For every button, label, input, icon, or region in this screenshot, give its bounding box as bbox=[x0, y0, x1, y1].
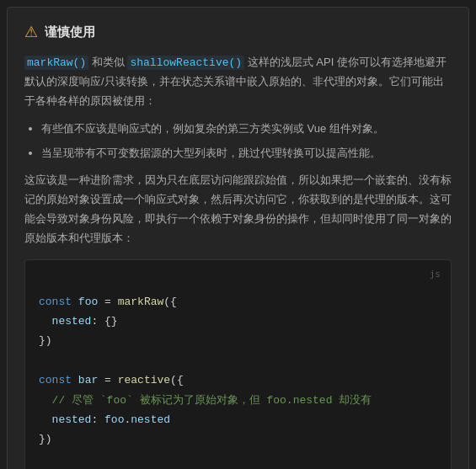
bullet-list: 有些值不应该是响应式的，例如复杂的第三方类实例或 Vue 组件对象。 当呈现带有… bbox=[41, 120, 452, 163]
body-paragraph: 这应该是一种进阶需求，因为只在底层访问能跟踪始值，所以如果把一个嵌套的、没有标记… bbox=[24, 171, 452, 248]
code-var-bar: bar bbox=[78, 374, 98, 386]
js-label: js bbox=[430, 267, 441, 283]
code-foo-nested: foo bbox=[104, 413, 124, 426]
warning-title: 谨慎使用 bbox=[45, 21, 95, 43]
shallowreactive-code: shallowReactive() bbox=[127, 56, 244, 70]
intro-paragraph: markRaw() 和类似 shallowReactive() 这样的浅层式 A… bbox=[24, 53, 452, 111]
bullet-item-2: 当呈现带有不可变数据源的大型列表时，跳过代理转换可以提高性能。 bbox=[41, 144, 452, 163]
code-var-foo: foo bbox=[78, 296, 98, 308]
intro-text-part2: 和类似 bbox=[92, 56, 128, 68]
code-nested-prop: nested bbox=[131, 413, 170, 426]
warning-header: ⚠ 谨慎使用 bbox=[24, 21, 452, 43]
code-const-2: const bbox=[39, 374, 72, 386]
code-fn-reactive: reactive bbox=[118, 374, 170, 386]
main-container: ⚠ 谨慎使用 markRaw() 和类似 shallowReactive() 这… bbox=[7, 7, 469, 469]
warning-icon: ⚠ bbox=[24, 24, 38, 40]
markraw-code: markRaw() bbox=[24, 56, 88, 70]
code-block-wrapper: js const foo = markRaw({ nested: {} }) c… bbox=[24, 259, 452, 469]
code-nested-key-2: nested bbox=[52, 413, 92, 426]
code-nested-key-1: nested bbox=[52, 315, 92, 328]
code-fn-markraw: markRaw bbox=[118, 296, 164, 308]
bullet-item-1: 有些值不应该是响应式的，例如复杂的第三方类实例或 Vue 组件对象。 bbox=[41, 120, 452, 139]
code-block: const foo = markRaw({ nested: {} }) cons… bbox=[39, 272, 437, 469]
code-comment-1: // 尽管 `foo` 被标记为了原始对象，但 foo.nested 却没有 bbox=[52, 394, 372, 407]
code-const-1: const bbox=[39, 296, 72, 308]
